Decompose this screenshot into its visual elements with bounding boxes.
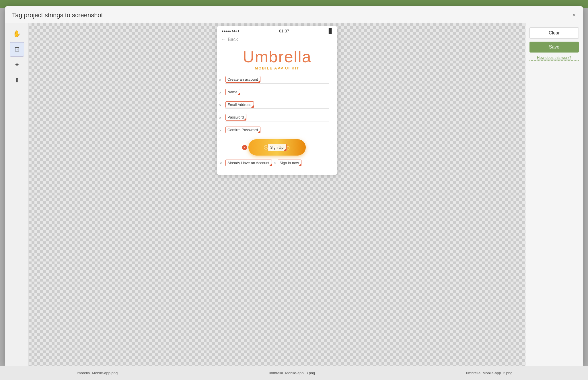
file-item-1[interactable]: umbrella_Mobile-app.png [75, 371, 118, 375]
confirm-password-field-tagged: × Confirm Password [225, 127, 329, 134]
select-icon: ⊡ [14, 46, 20, 53]
signin-row: × Already Have an Account × Sign in now [225, 160, 329, 166]
create-account-tag-label: Create an account [227, 77, 258, 82]
name-tag-box[interactable]: Name [225, 89, 240, 95]
name-underline [225, 96, 329, 96]
create-account-tag-box[interactable]: Create an account [225, 76, 260, 83]
email-tag-box[interactable]: Email Address [225, 101, 254, 108]
back-arrow-icon: ← [221, 37, 226, 42]
x-separator: × [274, 161, 276, 165]
magic-icon: ✦ [14, 61, 20, 69]
close-button[interactable]: × [572, 12, 576, 18]
how-does-this-work-link[interactable]: How does this work? [529, 55, 579, 61]
create-account-field-tagged: × Create an account [225, 76, 329, 84]
confirm-password-underline [225, 134, 329, 134]
left-toolbar: ✋ ⊡ ✦ ⬆ [5, 23, 29, 366]
confirm-password-tag-box[interactable]: Confirm Password [225, 127, 260, 133]
signup-tag-label: Sign Up [270, 145, 283, 150]
create-account-tag-remove[interactable]: × [219, 78, 221, 82]
select-tool-button[interactable]: ⊡ [10, 42, 24, 57]
confirm-password-tag-label: Confirm Password [227, 128, 258, 132]
battery-indicator: ▊ [329, 28, 333, 34]
sign-in-now-label: Sign in now [280, 161, 299, 165]
file-bar: umbrella_Mobile-app.png umbrella_Mobile-… [0, 366, 588, 380]
right-panel: Clear Save How does this work? [525, 23, 583, 366]
confirm-password-tag-remove[interactable]: × [219, 128, 221, 133]
signup-tag-box[interactable]: Sign Up [268, 144, 287, 151]
hand-tool-button[interactable]: ✋ [10, 27, 24, 41]
app-logo: Umbrella [225, 47, 329, 66]
file-item-2[interactable]: umbrella_Mobile-app_3.png [269, 371, 315, 375]
signup-button-area: Sign Up × Sign Up [225, 139, 329, 156]
email-underline [225, 108, 329, 109]
sign-in-now-tag-box[interactable]: Sign in now [278, 160, 301, 166]
password-tag-box[interactable]: Password [225, 114, 246, 121]
already-have-account-tag-box[interactable]: Already Have an Account [225, 160, 272, 166]
phone-mockup: ●●●●● AT&T 01:37 ▊ ← Back Umbrella MOBIL… [217, 26, 337, 175]
name-tag-remove[interactable]: × [219, 90, 221, 95]
upload-icon: ⬆ [14, 77, 20, 84]
create-account-underline [225, 83, 329, 84]
name-tag-label: Name [227, 90, 237, 94]
time-display: 01:37 [279, 29, 289, 33]
dialog-body: ✋ ⊡ ✦ ⬆ ●●●●● AT&T 01:37 ▊ [5, 23, 583, 366]
clear-button[interactable]: Clear [529, 27, 579, 39]
signin-row-tag-remove[interactable]: × [220, 161, 222, 165]
phone-status-bar: ●●●●● AT&T 01:37 ▊ [217, 26, 337, 36]
phone-content: Umbrella MOBILE APP UI KIT × Create an a… [217, 44, 337, 175]
file-item-3[interactable]: umbrella_Mobile-app_2.png [466, 371, 512, 375]
name-field-tagged: × Name [225, 89, 329, 96]
signup-button-bg: Sign Up × Sign Up [248, 139, 306, 156]
save-button[interactable]: Save [529, 42, 579, 53]
upload-tool-button[interactable]: ⬆ [10, 73, 24, 88]
email-tag-remove[interactable]: × [219, 103, 221, 107]
main-dialog: Tag project strings to screenshot × ✋ ⊡ … [5, 6, 583, 366]
phone-nav: ← Back [217, 36, 337, 44]
magic-tool-button[interactable]: ✦ [10, 58, 24, 72]
email-field-tagged: × Email Address [225, 101, 329, 109]
hand-icon: ✋ [13, 30, 21, 38]
password-field-tagged: × Password [225, 114, 329, 121]
password-tag-remove[interactable]: × [219, 116, 221, 120]
signup-tag-remove[interactable]: × [242, 145, 247, 150]
password-tag-label: Password [227, 115, 244, 119]
dialog-title: Tag project strings to screenshot [12, 11, 103, 19]
signal-indicator: ●●●●● AT&T [221, 29, 240, 33]
already-have-account-label: Already Have an Account [227, 161, 269, 165]
back-label: Back [228, 37, 238, 42]
canvas-area: ●●●●● AT&T 01:37 ▊ ← Back Umbrella MOBIL… [29, 23, 525, 366]
app-subtitle: MOBILE APP UI KIT [225, 66, 329, 70]
password-underline [225, 121, 329, 121]
email-tag-label: Email Address [227, 102, 251, 107]
dialog-header: Tag project strings to screenshot × [5, 6, 583, 23]
